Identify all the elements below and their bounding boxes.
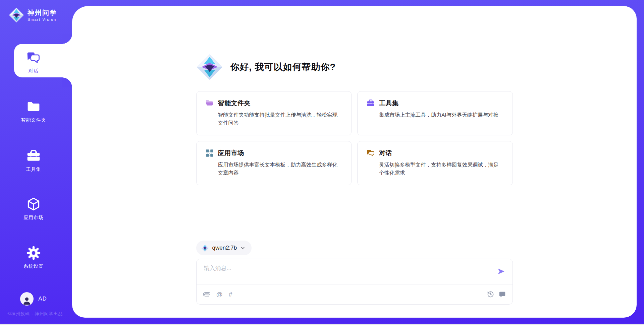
sidebar: 神州问学 Smart Vision 对话 智能文件夹 工具集 应用市场 系统设置: [0, 0, 72, 325]
model-name: qwen2:7b: [212, 245, 237, 251]
card-description: 灵活切换多模型文件，支持多样回复效果调试，满足个性化需求: [379, 161, 504, 177]
card-smart-folder[interactable]: 智能文件夹 智能文件夹功能支持批量文件上传与清洗，轻松实现文件问答: [196, 91, 352, 135]
folder-icon: [26, 100, 41, 114]
brand-name: 神州问学: [28, 9, 57, 17]
main-panel: 你好, 我可以如何帮助你? 智能文件夹 智能文件夹功能支持批量文件上传与清洗，轻…: [72, 6, 637, 318]
toolbox-icon: [366, 99, 375, 108]
message-input[interactable]: [204, 264, 479, 282]
send-button[interactable]: [496, 267, 506, 276]
sidebar-item-label: 智能文件夹: [0, 117, 67, 123]
brand-subtitle: Smart Vision: [28, 17, 57, 21]
card-chat[interactable]: 对话 灵活切换多模型文件，支持多样回复效果调试，满足个性化需求: [357, 141, 513, 185]
person-icon: [22, 296, 32, 306]
active-nav-flare-top: [62, 34, 72, 44]
gear-icon: [26, 246, 41, 260]
user-name: AD: [38, 296, 47, 302]
sidebar-footer-text: ©神州数码 · 神州问学出品: [0, 311, 70, 317]
cube-icon: [26, 197, 41, 212]
user-account[interactable]: AD: [0, 292, 67, 306]
send-icon: [497, 267, 505, 276]
chat-icon: [26, 50, 41, 65]
mention-icon[interactable]: @: [216, 291, 223, 298]
sidebar-item-label: 工具集: [0, 167, 67, 173]
sidebar-item-app-market[interactable]: 应用市场: [0, 197, 67, 221]
card-toolset[interactable]: 工具集 集成市场上主流工具，助力AI与外界无缝扩展与对接: [357, 91, 513, 135]
sidebar-item-label: 应用市场: [0, 215, 67, 221]
greeting-diamond-icon: [196, 54, 223, 80]
greeting-title: 你好, 我可以如何帮助你?: [230, 61, 336, 73]
sidebar-item-chat[interactable]: 对话: [0, 50, 67, 74]
hashtag-icon[interactable]: #: [229, 291, 232, 298]
card-description: 应用市场提供丰富长文本模板，助力高效生成多样化文章内容: [218, 161, 343, 177]
toolbox-icon: [26, 149, 41, 164]
feature-cards: 智能文件夹 智能文件夹功能支持批量文件上传与清洗，轻松实现文件问答 工具集 集成…: [196, 91, 513, 185]
brand-diamond-icon: [9, 7, 24, 23]
card-title: 智能文件夹: [218, 99, 251, 108]
sidebar-item-smart-folder[interactable]: 智能文件夹: [0, 100, 67, 123]
model-selector[interactable]: qwen2:7b: [196, 241, 252, 255]
window-bottom-edge: [0, 324, 644, 325]
chat-icon: [366, 149, 375, 157]
model-diamond-icon: [201, 244, 209, 252]
active-nav-flare-bottom: [62, 77, 72, 87]
sidebar-item-label: 系统设置: [0, 263, 67, 269]
composer-toolbar: @ #: [197, 284, 513, 304]
folder-open-icon: [205, 99, 214, 108]
card-title: 对话: [379, 149, 392, 157]
message-composer: @ #: [196, 259, 513, 305]
card-description: 智能文件夹功能支持批量文件上传与清洗，轻松实现文件问答: [218, 111, 343, 127]
card-app-market[interactable]: 应用市场 应用市场提供丰富长文本模板，助力高效生成多样化文章内容: [196, 141, 352, 185]
comment-icon[interactable]: [499, 291, 506, 298]
card-title: 应用市场: [218, 149, 244, 157]
history-icon[interactable]: [487, 291, 494, 298]
grid-icon: [205, 149, 214, 157]
sidebar-item-toolset[interactable]: 工具集: [0, 149, 67, 173]
sidebar-item-settings[interactable]: 系统设置: [0, 246, 67, 269]
paperclip-icon[interactable]: [203, 291, 210, 298]
card-title: 工具集: [379, 99, 399, 108]
sidebar-item-label: 对话: [0, 68, 67, 74]
greeting-section: 你好, 我可以如何帮助你?: [196, 54, 513, 80]
card-description: 集成市场上主流工具，助力AI与外界无缝扩展与对接: [379, 111, 504, 119]
brand-logo[interactable]: 神州问学 Smart Vision: [9, 7, 57, 23]
chevron-down-icon: [240, 245, 246, 251]
avatar: [20, 292, 34, 306]
